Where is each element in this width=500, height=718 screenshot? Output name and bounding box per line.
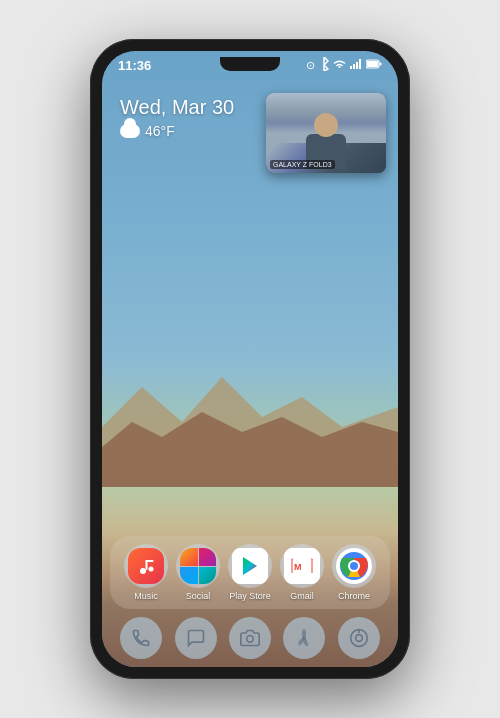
pip-label: GALAXY Z FOLD3 [270, 160, 335, 169]
svg-point-9 [140, 568, 146, 574]
status-time: 11:36 [118, 58, 151, 73]
svg-rect-1 [353, 64, 355, 69]
wallpaper: 11:36 ⊙ [102, 51, 398, 667]
playstore-label: Play Store [229, 591, 271, 601]
pip-video-content: GALAXY Z FOLD3 [266, 93, 386, 173]
gmail-icon-wrapper: M [280, 544, 324, 588]
svg-marker-13 [243, 557, 257, 575]
battery-icon [366, 59, 382, 71]
svg-rect-2 [356, 62, 358, 69]
weather-row: 46°F [120, 123, 234, 139]
dock-pinwheel[interactable] [283, 617, 325, 659]
dock-youtube-music[interactable] [338, 617, 380, 659]
chrome-icon-wrapper [332, 544, 376, 588]
phone-device: 11:36 ⊙ [90, 39, 410, 679]
chrome-icon [336, 548, 372, 584]
mountains-decoration [102, 367, 398, 487]
music-icon [128, 548, 164, 584]
cloud-icon [120, 124, 140, 138]
app-gmail[interactable]: M Gmail [280, 544, 324, 601]
svg-rect-6 [367, 61, 378, 67]
wifi-icon [333, 59, 346, 71]
dock-messages[interactable] [175, 617, 217, 659]
svg-text:M: M [294, 562, 302, 572]
svg-rect-12 [146, 560, 154, 562]
signal-icon [350, 59, 362, 71]
svg-point-21 [303, 637, 306, 640]
status-icons-group: ⊙ [306, 57, 382, 73]
social-icon-wrapper [176, 544, 220, 588]
date-weather-widget: Wed, Mar 30 46°F [120, 96, 234, 139]
gmail-label: Gmail [290, 591, 314, 601]
bluetooth-icon [319, 57, 329, 73]
app-row: Music Social [110, 536, 390, 609]
svg-point-10 [149, 567, 154, 572]
svg-point-20 [247, 636, 254, 643]
playstore-icon-wrapper [228, 544, 272, 588]
chrome-label: Chrome [338, 591, 370, 601]
music-icon-wrapper [124, 544, 168, 588]
social-icon [180, 548, 216, 584]
playstore-icon [232, 548, 268, 584]
svg-rect-0 [350, 66, 352, 69]
pip-video-thumbnail[interactable]: GALAXY Z FOLD3 [266, 93, 386, 173]
temperature: 46°F [145, 123, 175, 139]
widget-date: Wed, Mar 30 [120, 96, 234, 119]
notch [220, 57, 280, 71]
svg-point-19 [350, 562, 358, 570]
music-label: Music [134, 591, 158, 601]
bottom-dock [102, 617, 398, 659]
app-chrome[interactable]: Chrome [332, 544, 376, 601]
gmail-icon: M [284, 548, 320, 584]
app-music[interactable]: Music [124, 544, 168, 601]
svg-point-23 [355, 635, 362, 642]
app-social[interactable]: Social [176, 544, 220, 601]
svg-rect-3 [359, 59, 361, 69]
phone-screen: 11:36 ⊙ [102, 51, 398, 667]
dock-camera[interactable] [229, 617, 271, 659]
app-playstore[interactable]: Play Store [228, 544, 272, 601]
svg-rect-5 [380, 63, 382, 66]
social-label: Social [186, 591, 211, 601]
dot-icon: ⊙ [306, 59, 315, 72]
dock-phone[interactable] [120, 617, 162, 659]
